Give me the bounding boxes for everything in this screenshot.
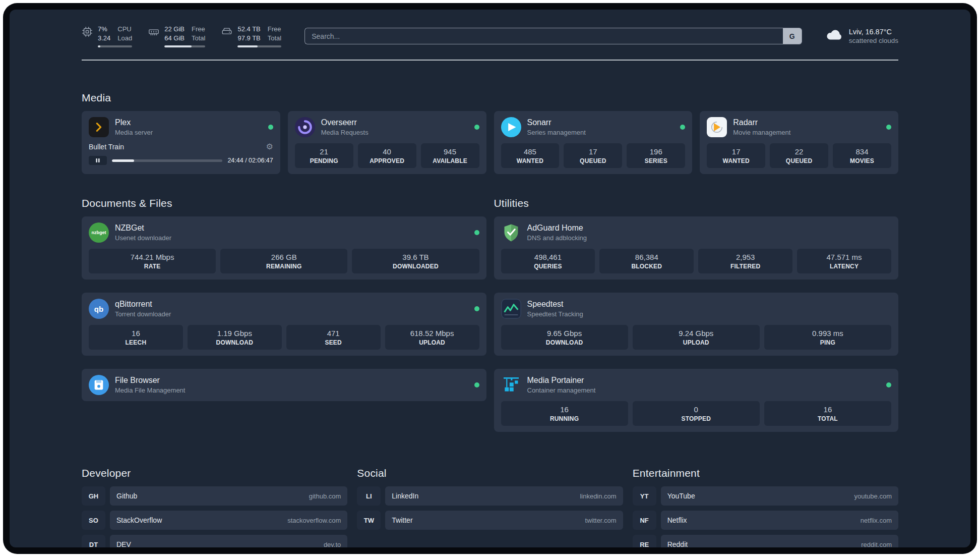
status-dot-online (474, 306, 479, 311)
bookmark-domain: youtube.com (854, 492, 892, 500)
service-card-nzbget[interactable]: nzbget NZBGet Usenet downloader 744.21 M… (82, 216, 486, 280)
service-name: qBittorrent (115, 300, 171, 309)
stat-tile: 9.65 Gbps DOWNLOAD (501, 325, 628, 350)
service-name: Overseerr (321, 118, 369, 127)
stat-value: 9.24 Gbps (636, 329, 757, 338)
stat-label: BLOCKED (602, 263, 691, 270)
stat-label: SEED (289, 339, 378, 346)
service-card-adguard[interactable]: AdGuard Home DNS and adblocking 498,461 … (494, 216, 899, 280)
service-card-radarr[interactable]: Radarr Movie management 17 WANTED 22 QUE… (700, 111, 898, 174)
stat-value: 22 (773, 147, 825, 156)
stat-value: 0.993 ms (767, 329, 888, 338)
section-title-documents: Documents & Files (82, 197, 486, 209)
qbittorrent-icon: qb (89, 299, 109, 319)
stat-tile: 9.24 Gbps UPLOAD (633, 325, 760, 350)
service-card-filebrowser[interactable]: File Browser Media File Management (82, 369, 486, 401)
status-dot-online (474, 125, 479, 130)
stat-tile: 16 TOTAL (764, 401, 891, 426)
cpu-widget: 7% 3.24 CPU Load (82, 25, 132, 47)
bookmark-linkedin[interactable]: LI LinkedIn linkedin.com (357, 486, 623, 506)
bookmark-stackoverflow[interactable]: SO StackOverflow stackoverflow.com (82, 511, 347, 530)
bookmark-netflix[interactable]: NF Netflix netflix.com (633, 511, 898, 530)
stat-tile: 0 STOPPED (633, 401, 760, 426)
stat-value: 16 (504, 405, 625, 414)
service-card-overseerr[interactable]: Overseerr Media Requests 21 PENDING 40 A… (288, 111, 486, 174)
stat-label: PENDING (298, 157, 350, 164)
section-title-developer: Developer (82, 467, 347, 479)
playback-time: 24:44 / 02:06:47 (227, 157, 273, 164)
search-input[interactable] (304, 28, 782, 44)
bookmark-domain: twitter.com (585, 517, 617, 524)
bookmark-name: Netflix (667, 516, 687, 524)
pause-button[interactable] (89, 156, 107, 165)
service-card-plex[interactable]: Plex Media server Bullet Train ⚙ 24:44 /… (82, 111, 280, 174)
cpu-load-label: Load (117, 34, 132, 43)
stat-value: 471 (289, 329, 378, 338)
bookmark-name: Github (116, 492, 137, 500)
stat-value: 86,384 (602, 253, 691, 261)
stat-tile: 22 QUEUED (770, 143, 828, 168)
service-card-speedtest[interactable]: Speedtest Speedtest Tracking 9.65 Gbps D… (494, 293, 899, 356)
stat-label: PING (767, 339, 888, 346)
section-title-entertainment: Entertainment (633, 467, 898, 479)
bookmark-github[interactable]: GH Github github.com (82, 486, 347, 506)
weather-widget: Lviv, 16.87°C scattered clouds (825, 28, 898, 44)
stat-tile: 0.993 ms PING (764, 325, 891, 350)
bookmark-youtube[interactable]: YT YouTube youtube.com (633, 486, 898, 506)
portainer-icon (501, 375, 521, 395)
stat-label: UPLOAD (388, 339, 476, 346)
service-subtitle: Movie management (733, 129, 790, 136)
service-card-portainer[interactable]: Media Portainer Container management 16 … (494, 369, 899, 432)
stat-value: 17 (710, 147, 762, 156)
bookmark-dev[interactable]: DT DEV dev.to (82, 535, 347, 547)
bookmark-reddit[interactable]: RE Reddit reddit.com (633, 535, 898, 547)
section-entertainment: Entertainment YT YouTube youtube.com NF … (633, 467, 898, 547)
cpu-usage-bar (98, 45, 132, 47)
service-card-qbittorrent[interactable]: qb qBittorrent Torrent downloader 16 LEE… (82, 293, 486, 356)
stat-label: DOWNLOAD (504, 339, 625, 346)
bookmark-name: StackOverflow (116, 516, 162, 524)
memory-total-label: Total (192, 34, 205, 43)
stat-value: 945 (424, 147, 476, 156)
service-card-sonarr[interactable]: Sonarr Series management 485 WANTED 17 Q… (494, 111, 693, 174)
bookmark-name: LinkedIn (392, 492, 418, 500)
qbittorrent-icon-label: qb (94, 305, 103, 313)
stat-tile: 498,461 QUERIES (501, 249, 595, 273)
section-title-utilities: Utilities (494, 197, 899, 209)
disk-total-label: Total (268, 34, 281, 43)
stat-value: 2,953 (701, 253, 789, 261)
settings-gear-icon[interactable]: ⚙ (266, 143, 273, 151)
bookmark-name: Twitter (392, 516, 412, 524)
service-name: Media Portainer (527, 376, 596, 385)
bookmark-abbr: LI (357, 486, 381, 506)
sonarr-icon (501, 117, 521, 137)
service-subtitle: Speedtest Tracking (527, 310, 583, 318)
speedtest-icon (501, 299, 521, 319)
stat-label: STOPPED (636, 415, 757, 422)
section-developer: Developer GH Github github.com SO StackO… (82, 467, 347, 547)
bookmark-domain: reddit.com (861, 541, 892, 547)
stat-label: LATENCY (800, 263, 888, 270)
stat-value: 39.6 TB (355, 253, 476, 261)
search-provider-button[interactable]: G (783, 28, 802, 44)
disk-free-value: 52.4 TB (237, 25, 260, 34)
status-dot-online (886, 382, 891, 387)
bookmark-twitter[interactable]: TW Twitter twitter.com (357, 511, 623, 530)
stat-label: QUERIES (504, 263, 592, 270)
disk-widget: 52.4 TB 97.9 TB Free Total (221, 25, 281, 47)
service-subtitle: Series management (527, 129, 586, 136)
playback-progress-bar[interactable] (112, 159, 222, 162)
stat-value: 9.65 Gbps (504, 329, 625, 338)
service-name: Radarr (733, 118, 790, 127)
stat-label: QUEUED (773, 157, 825, 164)
section-utilities: Utilities (494, 197, 899, 432)
stat-label: FILTERED (701, 263, 789, 270)
disk-icon (221, 26, 232, 37)
topbar: 7% 3.24 CPU Load (82, 25, 898, 47)
bookmark-name: YouTube (667, 492, 695, 500)
disk-free-label: Free (268, 25, 281, 34)
status-dot-online (474, 382, 479, 387)
bookmark-abbr: RE (633, 535, 656, 547)
stat-value: 47.571 ms (800, 253, 888, 261)
stat-label: APPROVED (361, 157, 413, 164)
